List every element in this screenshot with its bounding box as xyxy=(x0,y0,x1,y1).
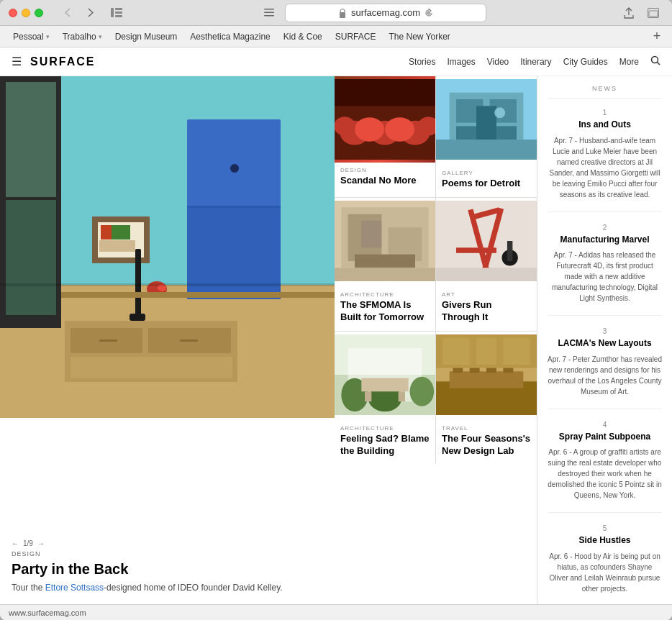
grid-item-0[interactable]: DESIGN Scandal No More xyxy=(335,76,435,197)
site-header: ☰ SURFACE Stories Images Video Itinerary… xyxy=(0,47,672,76)
site-logo[interactable]: SURFACE xyxy=(30,55,95,68)
news-item-2: 3 LACMA's New Layouts Apr. 7 - Peter Zum… xyxy=(548,327,662,409)
lock-icon xyxy=(338,8,347,18)
hero-prev-arrow[interactable]: ← xyxy=(12,539,19,547)
search-icon[interactable] xyxy=(650,55,660,68)
hero-section[interactable]: ← 1/9 → DESIGN Party in the Back Tour th… xyxy=(0,76,335,604)
news-num-0: 1 xyxy=(548,109,662,117)
svg-rect-77 xyxy=(361,378,408,391)
news-body-4: Apr. 6 - Hood by Air is being put on hia… xyxy=(548,551,662,594)
grid-title-4: Feeling Sad? Blame the Building xyxy=(340,433,430,457)
svg-rect-88 xyxy=(442,337,469,364)
news-body-2: Apr. 7 - Peter Zumthor has revealed new … xyxy=(548,354,662,397)
bookmark-surface[interactable]: SURFACE xyxy=(330,29,382,44)
svg-line-11 xyxy=(658,63,660,65)
svg-point-45 xyxy=(335,117,355,135)
bookmark-pessoal[interactable]: Pessoal ▾ xyxy=(7,29,55,44)
svg-rect-90 xyxy=(503,337,530,364)
add-bookmark-button[interactable]: + xyxy=(649,29,665,45)
svg-point-44 xyxy=(385,117,414,142)
grid-thumb-2 xyxy=(335,198,435,287)
share-button[interactable] xyxy=(619,3,639,23)
grid-title-3: Givers Run Through It xyxy=(442,299,531,324)
news-num-4: 5 xyxy=(548,524,662,532)
grid-category-0: DESIGN xyxy=(340,167,430,173)
grid-category-3: ART xyxy=(442,291,531,298)
close-button[interactable] xyxy=(9,9,17,17)
news-headline-4[interactable]: Side Hustles xyxy=(548,535,662,547)
site-menu-icon[interactable]: ☰ xyxy=(12,55,22,68)
grid-item-5[interactable]: TRAVEL The Four Seasons's New Design Lab xyxy=(436,332,537,465)
svg-rect-82 xyxy=(450,371,524,388)
hero-link[interactable]: Ettore Sottsass xyxy=(45,583,104,593)
sidebar-toggle-button[interactable] xyxy=(106,3,127,23)
bookmark-newyorker[interactable]: The New Yorker xyxy=(383,29,455,44)
status-url: www.surfacemag.com xyxy=(9,608,86,617)
address-bar[interactable]: surfacemag.com xyxy=(285,4,486,22)
hero-next-arrow[interactable]: → xyxy=(37,539,45,547)
bookmark-aesthetica[interactable]: Aesthetica Magazine xyxy=(184,29,276,44)
chevron-down-icon: ▾ xyxy=(46,33,50,40)
menu-button[interactable] xyxy=(259,3,279,23)
maximize-button[interactable] xyxy=(35,9,43,17)
grid-item-info-4: ARCHITECTURE Feeling Sad? Blame the Buil… xyxy=(335,421,435,465)
title-bar: surfacemag.com xyxy=(0,0,672,26)
minimize-button[interactable] xyxy=(22,9,30,17)
svg-rect-3 xyxy=(115,15,122,17)
new-tab-button[interactable] xyxy=(643,3,663,23)
news-body-3: Apr. 6 - A group of graffiti artists are… xyxy=(548,447,662,501)
svg-rect-25 xyxy=(112,225,130,240)
nav-images[interactable]: Images xyxy=(447,57,475,67)
url-text: surfacemag.com xyxy=(351,7,420,18)
svg-rect-60 xyxy=(355,255,415,268)
hero-counter: ← 1/9 → xyxy=(12,539,323,547)
svg-point-75 xyxy=(410,376,435,406)
bookmark-design-museum[interactable]: Design Museum xyxy=(109,29,183,44)
grid-item-2[interactable]: ARCHITECTURE The SFMOMA Is Built for Tom… xyxy=(335,198,435,331)
grid-item-3[interactable]: ART Givers Run Through It xyxy=(436,198,537,331)
grid-container: DESIGN Scandal No More xyxy=(335,76,537,464)
news-headline-3[interactable]: Spray Paint Subpoena xyxy=(548,432,662,443)
svg-rect-15 xyxy=(6,82,56,197)
bookmark-kidcoe[interactable]: Kid & Coe xyxy=(278,29,328,44)
news-headline-2[interactable]: LACMA's New Layouts xyxy=(548,338,662,350)
svg-rect-9 xyxy=(649,11,658,17)
grid-title-2: The SFMOMA Is Built for Tomorrow xyxy=(340,299,430,324)
back-button[interactable] xyxy=(58,3,78,23)
nav-controls xyxy=(58,3,101,23)
svg-rect-30 xyxy=(130,314,145,321)
svg-rect-34 xyxy=(71,357,232,378)
news-headline-1[interactable]: Manufacturing Marvel xyxy=(548,234,662,246)
browser-window: surfacemag.com Pessoal ▾ Trabalho ▾ Desi… xyxy=(0,0,672,620)
surface-site: ☰ SURFACE Stories Images Video Itinerary… xyxy=(0,47,672,604)
grid-thumb-1 xyxy=(436,76,537,165)
reload-icon[interactable] xyxy=(424,9,433,17)
svg-rect-61 xyxy=(335,268,435,281)
news-headline-0[interactable]: Ins and Outs xyxy=(548,119,662,131)
grid-item-4[interactable]: ARCHITECTURE Feeling Sad? Blame the Buil… xyxy=(335,332,435,465)
grid-item-info-0: DESIGN Scandal No More xyxy=(335,163,435,194)
hero-title[interactable]: Party in the Back xyxy=(12,560,323,578)
news-sidebar: NEWS 1 Ins and Outs Apr. 7 - Husband-and… xyxy=(537,76,672,604)
nav-video[interactable]: Video xyxy=(487,57,509,67)
svg-rect-68 xyxy=(507,241,512,261)
news-body-0: Apr. 7 - Husband-and-wife team Lucie and… xyxy=(548,135,662,200)
nav-stories[interactable]: Stories xyxy=(409,57,435,67)
svg-rect-69 xyxy=(456,247,496,252)
bookmark-trabalho[interactable]: Trabalho ▾ xyxy=(57,29,108,44)
main-layout: ← 1/9 → DESIGN Party in the Back Tour th… xyxy=(0,76,672,604)
svg-point-10 xyxy=(652,57,658,63)
page-content: ☰ SURFACE Stories Images Video Itinerary… xyxy=(0,47,672,604)
svg-rect-2 xyxy=(115,12,122,14)
nav-city-guides[interactable]: City Guides xyxy=(563,57,608,67)
svg-rect-35 xyxy=(99,339,117,342)
hero-illustration xyxy=(0,76,335,418)
svg-rect-0 xyxy=(111,8,114,17)
svg-point-55 xyxy=(494,107,505,118)
nav-itinerary[interactable]: Itinerary xyxy=(520,57,551,67)
forward-button[interactable] xyxy=(81,3,101,23)
nav-more[interactable]: More xyxy=(619,57,639,67)
svg-rect-54 xyxy=(436,140,537,160)
news-item-1: 2 Manufacturing Marvel Apr. 7 - Adidas h… xyxy=(548,224,662,316)
grid-item-1[interactable]: GALLERY Poems for Detroit xyxy=(436,76,537,197)
